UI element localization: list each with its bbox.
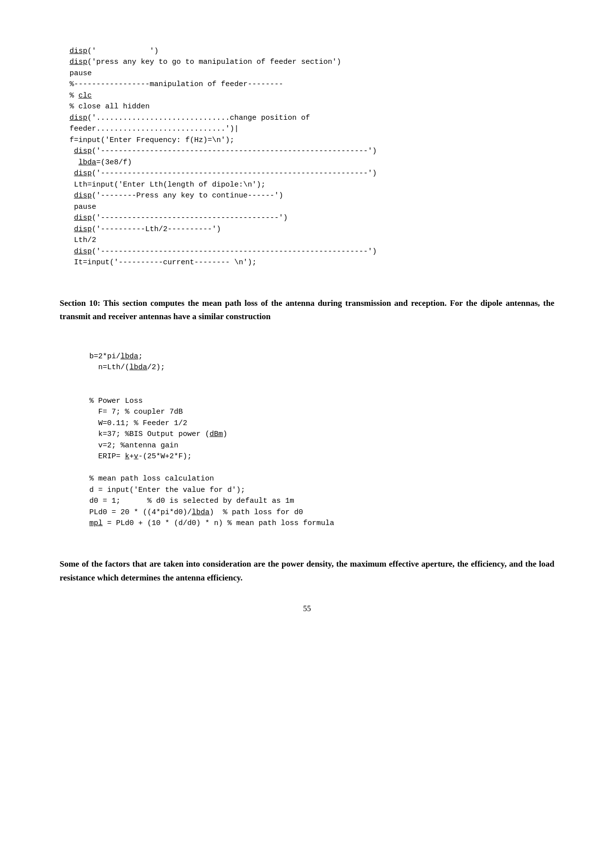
disp-keyword: disp	[74, 169, 92, 178]
code-line: W=0.11; % Feeder 1/2	[90, 419, 188, 428]
code-line: Lth/2	[70, 236, 96, 244]
disp-keyword: disp	[74, 147, 92, 155]
page-number: 55	[60, 604, 555, 613]
code-block-1: disp(' ') disp('press any key to go to m…	[60, 30, 555, 285]
page-content: disp(' ') disp('press any key to go to m…	[60, 30, 555, 613]
code-line: F= 7; % coupler 7dB	[90, 408, 183, 416]
disp-keyword: disp	[74, 192, 92, 200]
code-line: lbda=(3e8/f)	[70, 158, 132, 167]
code-line: k=37; %BIS Output power (dBm)	[90, 430, 228, 438]
code-line: % mean path loss calculation	[90, 475, 214, 483]
disp-keyword: disp	[74, 214, 92, 222]
code-line: disp('----------Lth/2----------')	[70, 225, 221, 234]
code-line: disp(' ')	[70, 47, 159, 55]
k-var: k	[125, 452, 130, 461]
code-line: pause	[70, 203, 96, 211]
dbm-var: dBm	[210, 430, 223, 438]
code-line: disp('----------------------------------…	[70, 169, 377, 178]
code-line: disp('----------------------------------…	[70, 147, 377, 155]
disp-keyword: disp	[74, 225, 92, 234]
code-line: It=input('----------current-------- \n')…	[70, 258, 257, 267]
code-line: d = input('Enter the value for d');	[90, 486, 245, 494]
code-line: disp('..............................chan…	[70, 114, 310, 122]
code-line: b=2*pi/lbda;	[90, 352, 143, 361]
code-line: Lth=input('Enter Lth(length of dipole:\n…	[70, 181, 266, 189]
code-line: %-----------------manipulation of feeder…	[70, 80, 283, 89]
code-line: % clc	[70, 92, 92, 100]
code-line: disp('----------------------------------…	[70, 247, 377, 256]
mpl-var: mpl	[90, 519, 103, 528]
code-line: mpl = PLd0 + (10 * (d/d0) * n) % mean pa…	[90, 519, 334, 528]
code-line: v=2; %antenna gain	[90, 441, 179, 450]
code-line: pause	[70, 69, 92, 78]
code-line: ERIP= k+v-(25*W+2*F);	[90, 452, 192, 461]
disp-keyword: disp	[70, 58, 88, 66]
v-var: v	[134, 452, 139, 461]
code-line: d0 = 1; % d0 is selected by default as 1…	[90, 497, 294, 505]
code-line: disp('--------Press any key to continue-…	[70, 192, 283, 200]
code-line: % close all hidden	[70, 102, 150, 111]
disp-keyword: disp	[70, 47, 88, 55]
disp-keyword: disp	[70, 114, 88, 122]
lbda-var: lbda	[130, 363, 147, 372]
code-line: % Power Loss	[90, 397, 143, 405]
disp-keyword: disp	[74, 247, 92, 256]
lbda-var: lbda	[121, 352, 139, 361]
prose-2-text: Some of the factors that are taken into …	[60, 557, 555, 584]
clc-keyword: clc	[79, 92, 92, 100]
code-block-2-inner: b=2*pi/lbda; n=Lth/(lbda/2); % Power Los…	[80, 335, 555, 545]
code-line: feeder.............................')|	[70, 125, 239, 133]
code-line: PLd0 = 20 * ((4*pi*d0)/lbda) % path loss…	[90, 508, 303, 517]
lbda-var: lbda	[192, 508, 210, 517]
code-line: disp('press any key to go to manipulatio…	[70, 58, 341, 66]
section-10-text: Section 10: This section computes the me…	[60, 296, 555, 323]
code-line: n=Lth/(lbda/2);	[90, 363, 165, 372]
code-line: disp('----------------------------------…	[70, 214, 288, 222]
lbda-var: lbda	[79, 158, 96, 167]
code-block-2: b=2*pi/lbda; n=Lth/(lbda/2); % Power Los…	[80, 335, 555, 545]
code-line: f=input('Enter Frequency: f(Hz)=\n');	[70, 136, 235, 145]
